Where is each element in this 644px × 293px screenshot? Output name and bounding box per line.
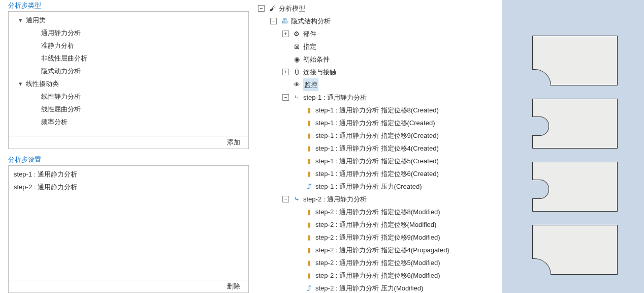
tree-label-highlighted: 监控 [303,78,318,91]
analysis-type-item[interactable]: 线性屈曲分析 [9,103,248,115]
analysis-type-item[interactable]: 准静力分析 [9,39,248,52]
analysis-type-item[interactable]: 通用静力分析 [9,26,248,39]
expand-icon[interactable]: + [282,31,289,37]
analysis-type-item[interactable]: 隐式动力分析 [9,65,248,77]
analysis-type-item[interactable]: 线性静力分析 [9,90,248,103]
tree-item-parts[interactable]: + ⚙ 部件 [258,27,502,40]
category-label: 通用类 [26,14,46,26]
step-icon: ⤷ [292,195,301,204]
tree-item-displacement-bc[interactable]: ▮step-2 : 通用静力分析 指定位移(Modified) [258,218,502,231]
step-list-item[interactable]: step-2 : 通用静力分析 [9,181,248,193]
displacement-icon: ▮ [304,220,313,229]
tree-item-step2[interactable]: − ⤷ step-2 : 通用静力分析 [258,193,502,206]
left-panel: 分析步类型 ▾ 通用类 通用静力分析 准静力分析 非线性屈曲分析 隐式动力分析 … [0,0,253,293]
displacement-icon: ▮ [304,144,313,153]
tree-item-displacement-bc[interactable]: ▮step-2 : 通用静力分析 指定位移8(Modified) [258,206,502,218]
tree-item-displacement-bc[interactable]: ▮step-1 : 通用静力分析 指定位移4(Created) [258,142,502,155]
displacement-icon: ▮ [304,258,313,268]
step-set-actions: 删除 [9,280,248,292]
tree-item-displacement-bc[interactable]: ▮step-1 : 通用静力分析 指定位移5(Created) [258,155,502,167]
part-shape [532,99,618,149]
tree-label: step-1 : 通用静力分析 指定位移8(Created) [315,104,439,116]
tree-spacer [295,120,301,126]
tree-label: step-2 : 通用静力分析 指定位移8(Modified) [315,206,440,218]
section-title-step-type: 分析步类型 [8,0,249,11]
displacement-icon: ▮ [304,157,313,166]
tree-item-assign[interactable]: ⊠ 指定 [258,40,502,53]
tree-item-implicit-analysis[interactable]: − 🖶 隐式结构分析 [258,15,502,27]
tree-item-displacement-bc[interactable]: ▮step-2 : 通用静力分析 指定位移9(Modified) [258,231,502,244]
collapse-icon[interactable]: − [282,94,289,101]
analysis-type-item[interactable]: 频率分析 [9,115,248,128]
tree-spacer [295,107,301,113]
displacement-icon: ▮ [304,246,313,255]
tree-spacer [295,259,301,266]
tree-item-pressure-load[interactable]: ⇵step-2 : 通用静力分析 压力(Modified) [258,282,502,293]
tree-label: step-2 : 通用静力分析 指定位移9(Modified) [315,231,440,244]
model-tree-panel: − 🖌 分析模型 − 🖶 隐式结构分析 + ⚙ 部件 ⊠ 指定 ◉ 初始条件 +… [253,0,502,293]
tree-item-step1[interactable]: − ⤷ step-1 : 通用静力分析 [258,91,502,104]
chevron-down-icon: ▾ [19,14,26,26]
analysis-type-item[interactable]: 非线性屈曲分析 [9,52,248,65]
tree-item-initial-conditions[interactable]: ◉ 初始条件 [258,53,502,66]
tree-label: step-1 : 通用静力分析 指定位移5(Created) [315,155,439,167]
tree-item-displacement-bc[interactable]: ▮step-2 : 通用静力分析 指定位移6(Modified) [258,269,502,282]
step-type-list[interactable]: ▾ 通用类 通用静力分析 准静力分析 非线性屈曲分析 隐式动力分析 ▾ 线性摄动… [9,12,248,136]
tree-label: step-2 : 通用静力分析 [303,193,367,206]
viewport-geometry [532,36,623,280]
step-icon: ⤷ [292,93,301,102]
step-set-box: step-1 : 通用静力分析 step-2 : 通用静力分析 删除 [8,165,249,293]
gear-icon: ⚙ [292,30,301,39]
part-shape [532,162,618,212]
tree-item-monitor[interactable]: 👁 监控 [258,78,502,91]
tree-item-displacement-bc[interactable]: ▮step-1 : 通用静力分析 指定位移8(Created) [258,104,502,116]
category-label: 线性摄动类 [26,77,59,90]
category-linear-perturbation[interactable]: ▾ 线性摄动类 [9,77,248,90]
tree-spacer [295,170,301,177]
viewport-panel[interactable] [502,0,644,293]
tree-label: 隐式结构分析 [291,15,331,27]
tree-spacer [282,81,289,88]
brush-icon: 🖌 [268,4,277,13]
displacement-icon: ▮ [304,169,313,179]
tree-spacer [282,43,289,50]
tree-label: step-1 : 通用静力分析 指定位移(Created) [315,116,435,129]
displacement-icon: ▮ [304,233,313,242]
tree-spacer [295,132,301,139]
tree-item-displacement-bc[interactable]: ▮step-1 : 通用静力分析 指定位移9(Created) [258,129,502,142]
displacement-icon: ▮ [304,131,313,140]
category-general[interactable]: ▾ 通用类 [9,14,248,26]
step-type-actions: 添加 [9,136,248,149]
tree-item-displacement-bc[interactable]: ▮step-1 : 通用静力分析 指定位移6(Created) [258,167,502,180]
step-set-list[interactable]: step-1 : 通用静力分析 step-2 : 通用静力分析 [9,166,248,280]
collapse-icon[interactable]: − [270,18,277,24]
tree-item-displacement-bc[interactable]: ▮step-1 : 通用静力分析 指定位移(Created) [258,116,502,129]
collapse-icon[interactable]: − [258,5,265,12]
delete-button[interactable]: 删除 [224,282,243,290]
tree-item-displacement-bc[interactable]: ▮step-2 : 通用静力分析 指定位移4(Propagated) [258,244,502,256]
tree-spacer [295,285,301,291]
add-button[interactable]: 添加 [224,138,243,146]
tree-label: step-2 : 通用静力分析 指定位移6(Modified) [315,269,440,282]
displacement-icon: ▮ [304,119,313,128]
expand-icon[interactable]: + [282,69,289,75]
model-tree[interactable]: − 🖌 分析模型 − 🖶 隐式结构分析 + ⚙ 部件 ⊠ 指定 ◉ 初始条件 +… [258,2,502,293]
collapse-icon[interactable]: − [282,196,289,202]
tree-root-analysis-model[interactable]: − 🖌 分析模型 [258,2,502,15]
tree-item-displacement-bc[interactable]: ▮step-2 : 通用静力分析 指定位移5(Modified) [258,256,502,269]
assign-icon: ⊠ [292,42,301,51]
monitor-icon: 👁 [292,80,301,90]
part-shape [532,36,618,85]
tree-label: 连接与接触 [303,66,336,78]
tree-label: step-2 : 通用静力分析 指定位移(Modified) [315,218,436,231]
step-list-item[interactable]: step-1 : 通用静力分析 [9,168,248,181]
tree-spacer [295,158,301,164]
tree-label: 初始条件 [303,53,330,66]
tree-item-pressure-load[interactable]: ⇵step-1 : 通用静力分析 压力(Created) [258,180,502,193]
pressure-icon: ⇵ [304,284,313,293]
tree-item-contact[interactable]: + 🛢 连接与接触 [258,66,502,78]
tree-spacer [295,221,301,228]
part-shape [532,225,618,275]
tree-spacer [295,234,301,241]
tree-label: 分析模型 [279,2,305,15]
